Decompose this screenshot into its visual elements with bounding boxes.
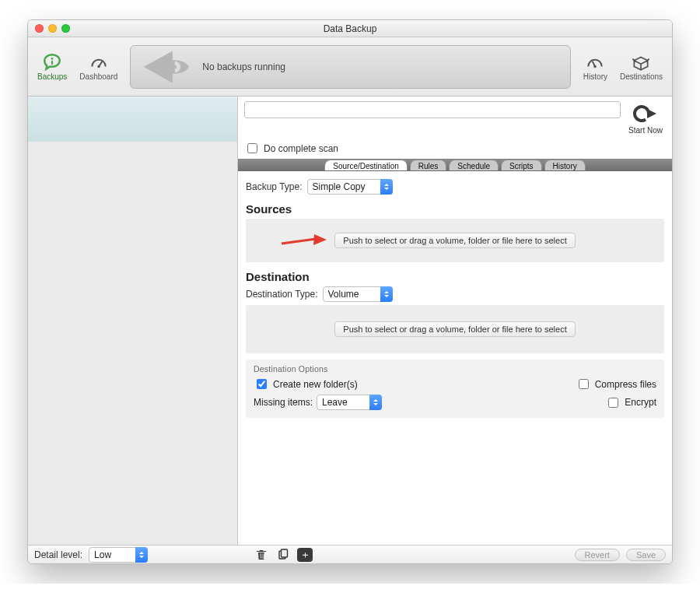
destination-type-select[interactable]: Volume — [323, 286, 393, 302]
zoom-window-button[interactable] — [61, 24, 70, 33]
missing-items-select[interactable]: Leave — [317, 395, 382, 410]
gauge-icon — [89, 52, 109, 72]
body: Start Now Do complete scan Source/Destin… — [28, 96, 672, 545]
destination-options: Destination Options Create new folder(s)… — [246, 360, 664, 418]
compress-files-label: Compress files — [595, 379, 656, 390]
create-new-folders-checkbox[interactable] — [257, 379, 267, 389]
plus-icon: ＋ — [300, 549, 310, 560]
toolbar-history-label: History — [583, 72, 607, 81]
speech-bubble-info-icon — [42, 52, 62, 72]
toolbar: Backups Dashboard No backups running — [28, 37, 672, 96]
tab-scripts[interactable]: Scripts — [501, 160, 542, 170]
svg-rect-1 — [51, 61, 53, 65]
destination-options-title: Destination Options — [254, 364, 656, 374]
revert-button[interactable]: Revert — [575, 549, 620, 561]
tabs-bar: Source/Destination Rules Schedule Script… — [238, 159, 672, 171]
tab-schedule[interactable]: Schedule — [449, 160, 499, 170]
encrypt-option[interactable]: Encrypt — [605, 395, 656, 410]
tab-rules[interactable]: Rules — [410, 160, 447, 170]
open-box-icon — [631, 52, 651, 72]
close-window-button[interactable] — [35, 24, 44, 33]
copy-icon — [277, 549, 289, 561]
missing-items-row: Missing items: Leave — [254, 395, 382, 410]
svg-point-0 — [51, 58, 54, 60]
backup-type-label: Backup Type: — [246, 181, 303, 192]
detail-level-select[interactable]: Low — [89, 547, 148, 563]
tab-content: Backup Type: Simple Copy Sources Push to — [238, 171, 672, 545]
backup-type-select[interactable]: Simple Copy — [307, 179, 393, 195]
destination-header: Destination — [246, 270, 664, 283]
app-logo-icon — [131, 45, 202, 89]
app-window: Data Backup Backups Dashboard — [27, 19, 673, 564]
backup-type-select-wrap: Simple Copy — [307, 179, 393, 195]
destination-dropzone[interactable]: Push to select or drag a volume, folder … — [246, 305, 664, 353]
sidebar-empty-area — [28, 142, 237, 545]
window-controls — [28, 24, 70, 33]
start-now-icon — [633, 101, 658, 126]
minimize-window-button[interactable] — [48, 24, 57, 33]
destination-type-label: Destination Type: — [246, 289, 318, 300]
encrypt-checkbox[interactable] — [608, 398, 618, 408]
status-banner-text: No backups running — [202, 61, 285, 72]
toolbar-backups-label: Backups — [37, 72, 67, 81]
trash-icon — [255, 549, 268, 561]
toolbar-destinations[interactable]: Destinations — [617, 51, 666, 82]
destination-type-select-wrap: Volume — [323, 286, 393, 302]
toolbar-history[interactable]: History — [580, 51, 611, 82]
backup-header-strip: Start Now Do complete scan — [238, 96, 672, 159]
add-backup-button[interactable]: ＋ — [297, 548, 313, 562]
toolbar-destinations-label: Destinations — [620, 72, 663, 81]
sources-select-button[interactable]: Push to select or drag a volume, folder … — [334, 233, 575, 248]
svg-line-6 — [282, 239, 316, 244]
svg-point-3 — [97, 65, 100, 68]
footer: Detail level: Low ＋ Revert Save — [28, 545, 672, 563]
destination-type-row: Destination Type: Volume — [246, 286, 664, 302]
missing-items-label: Missing items: — [254, 397, 313, 408]
status-banner: No backups running — [130, 45, 571, 89]
sources-header: Sources — [246, 202, 664, 216]
create-new-folders-label: Create new folder(s) — [273, 379, 358, 390]
sidebar-selected-backup[interactable] — [28, 96, 237, 142]
detail-level-select-wrap: Low — [89, 547, 148, 563]
svg-rect-8 — [282, 549, 288, 557]
start-now-label: Start Now — [628, 126, 663, 135]
destination-select-button[interactable]: Push to select or drag a volume, folder … — [334, 321, 575, 337]
window-title: Data Backup — [28, 23, 672, 34]
gauge-icon — [585, 52, 605, 72]
delete-backup-button[interactable] — [254, 548, 269, 562]
create-new-folders-option[interactable]: Create new folder(s) — [254, 377, 358, 391]
toolbar-dashboard[interactable]: Dashboard — [76, 51, 121, 82]
encrypt-label: Encrypt — [625, 397, 656, 408]
compress-files-checkbox[interactable] — [579, 379, 589, 389]
complete-scan-label: Do complete scan — [264, 143, 338, 154]
start-now-button[interactable]: Start Now — [625, 101, 666, 135]
backup-type-row: Backup Type: Simple Copy — [246, 179, 664, 195]
complete-scan-checkbox[interactable] — [247, 143, 257, 153]
backups-sidebar — [28, 96, 238, 545]
toolbar-backups[interactable]: Backups — [34, 51, 70, 82]
titlebar: Data Backup — [28, 20, 672, 37]
save-button[interactable]: Save — [626, 549, 666, 561]
backup-name-input[interactable] — [244, 101, 621, 118]
detail-level-label: Detail level: — [34, 549, 82, 560]
tab-history[interactable]: History — [544, 160, 586, 170]
tab-source-destination[interactable]: Source/Destination — [324, 160, 408, 170]
complete-scan-option[interactable]: Do complete scan — [244, 141, 666, 156]
duplicate-backup-button[interactable] — [275, 548, 291, 562]
toolbar-dashboard-label: Dashboard — [79, 72, 117, 81]
main-panel: Start Now Do complete scan Source/Destin… — [238, 96, 672, 545]
sources-dropzone[interactable]: Push to select or drag a volume, folder … — [246, 219, 664, 262]
annotation-arrow-icon — [280, 232, 328, 249]
compress-files-option[interactable]: Compress files — [576, 377, 656, 391]
svg-point-5 — [594, 65, 597, 68]
missing-items-select-wrap: Leave — [317, 395, 382, 410]
